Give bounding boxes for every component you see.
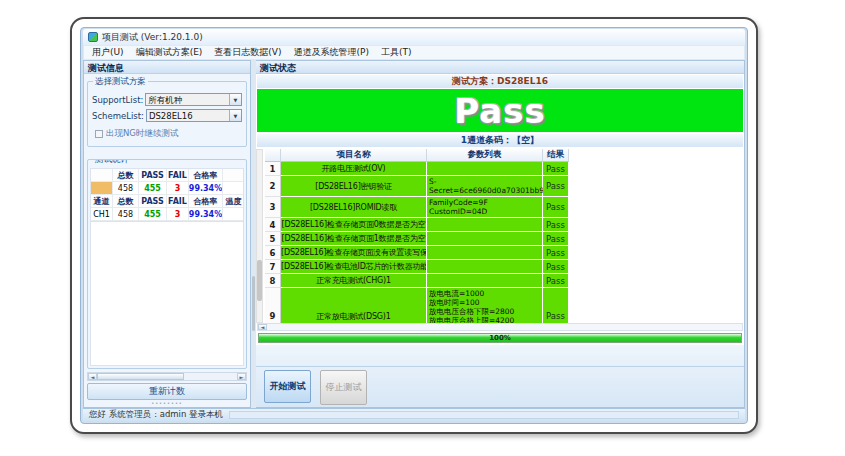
test-item-row[interactable]: 4[DS28EL16]检查存储页面0数据是否为空Pass	[265, 218, 571, 232]
stats-header-cell: 总数	[113, 169, 139, 182]
test-info-header: 测试信息	[84, 61, 250, 74]
header-name: 项目名称	[281, 149, 427, 162]
item-name: [DS28EL16]检查存储页面没有设置读写保护属性	[281, 246, 427, 260]
scrollbar-track[interactable]	[97, 373, 237, 380]
resize-grip-dots: ••••••••	[84, 401, 250, 407]
stats-header-cell: PASS	[139, 169, 167, 182]
stats-data-row: 458455399.34%	[91, 182, 243, 195]
stats-group-title: 测试统计	[93, 159, 131, 166]
item-result: Pass	[543, 246, 569, 260]
test-item-row[interactable]: 9正常放电测试(DSG)1放电电流=1000放电时间=100放电电压合格下限=2…	[265, 288, 571, 323]
item-name: 正常充电测试(CHG)1	[281, 274, 427, 288]
stats-header-cell: 通道	[91, 195, 113, 208]
progress-bar: 100%	[258, 333, 742, 343]
header-result: 结果	[543, 149, 569, 162]
stats-cell: 455	[139, 208, 167, 221]
scheme-banner: 测试方案：DS28EL16	[257, 75, 743, 88]
scroll-left-icon[interactable]: ◄	[88, 373, 97, 380]
stop-test-button: 停止测试	[320, 370, 367, 405]
continue-on-ng-checkbox-row[interactable]: 出现NG时继续测试	[95, 128, 241, 140]
item-params: S-Secret=6ce6960d0a70301bb977	[427, 176, 543, 197]
main-area: 测试信息 选择测试方案 SupportList: 所有机种 ▼ SchemeLi…	[83, 60, 745, 408]
scroll-right-icon[interactable]: ►	[237, 373, 246, 380]
scrollbar-thumb[interactable]	[97, 373, 184, 380]
stats-header-cell: 总数	[113, 195, 139, 208]
result-text: Pass	[454, 91, 545, 131]
stats-cell: 3	[167, 208, 189, 221]
test-item-row[interactable]: 2[DS28EL16]密钥验证S-Secret=6ce6960d0a70301b…	[265, 176, 571, 197]
scrollbar-thumb[interactable]	[257, 260, 262, 301]
item-result: Pass	[543, 260, 569, 274]
items-table: 项目名称 参数列表 结果 1开路电压测试(OV)Pass2[DS28EL16]密…	[265, 149, 571, 323]
menu-item[interactable]: 用户(U)	[87, 45, 129, 60]
test-item-row[interactable]: 7[DS28EL16]检查电池ID芯片的计数器功能是否启用Pass	[265, 260, 571, 274]
stats-header-row: 总数PASSFAIL合格率	[91, 169, 243, 182]
items-table-body: 1开路电压测试(OV)Pass2[DS28EL16]密钥验证S-Secret=6…	[265, 162, 571, 323]
start-test-button[interactable]: 开始测试	[264, 370, 311, 403]
item-name: [DS28EL16]检查电池ID芯片的计数器功能是否启用	[281, 260, 427, 274]
item-number: 6	[265, 246, 281, 260]
controls-gap	[256, 345, 744, 367]
test-item-row[interactable]: 3[DS28EL16]ROMID读取FamilyCode=9FCustomID=…	[265, 197, 571, 218]
item-name: [DS28EL16]检查存储页面1数据是否为空	[281, 232, 427, 246]
test-item-row[interactable]: 5[DS28EL16]检查存储页面1数据是否为空Pass	[265, 232, 571, 246]
test-item-row[interactable]: 1开路电压测试(OV)Pass	[265, 162, 571, 176]
item-number: 7	[265, 260, 281, 274]
scheme-select-group: 选择测试方案 SupportList: 所有机种 ▼ SchemeList: D…	[87, 81, 247, 147]
stats-cell: 458	[113, 208, 139, 221]
item-params	[427, 232, 543, 246]
menu-item[interactable]: 工具(T)	[376, 45, 417, 60]
screenshot-card: 项目测试 (Ver:1.20.1.0) 用户(U)编辑测试方案(E)查看日志数据…	[70, 17, 758, 434]
item-name: 开路电压测试(OV)	[281, 162, 427, 176]
splitter-thumb[interactable]	[252, 276, 255, 332]
buttons-row: 开始测试 停止测试	[256, 367, 744, 407]
recount-button[interactable]: 重新计数	[87, 383, 247, 400]
item-name: [DS28EL16]密钥验证	[281, 176, 427, 197]
stats-cell	[91, 182, 113, 195]
item-name: 正常放电测试(DSG)1	[281, 288, 427, 323]
stats-header-cell	[223, 169, 244, 182]
test-item-row[interactable]: 6[DS28EL16]检查存储页面没有设置读写保护属性Pass	[265, 246, 571, 260]
items-horizontal-scrollbar[interactable]: ◄	[257, 323, 743, 331]
stats-header-cell: 合格率	[189, 169, 223, 182]
stats-header-cell: FAIL	[167, 195, 189, 208]
test-item-row[interactable]: 8正常充电测试(CHG)1Pass	[265, 274, 571, 288]
controls-area: 开始测试 停止测试	[256, 345, 744, 407]
menu-item[interactable]: 查看日志数据(V)	[209, 45, 286, 60]
item-number: 5	[265, 232, 281, 246]
item-name: [DS28EL16]检查存储页面0数据是否为空	[281, 218, 427, 232]
item-number: 9	[265, 288, 281, 323]
stats-horizontal-scrollbar[interactable]: ◄ ►	[87, 372, 247, 381]
items-vertical-scrollbar[interactable]	[256, 149, 263, 323]
chevron-down-icon[interactable]: ▼	[229, 110, 241, 121]
stats-header-row: 通道总数PASSFAIL合格率温度上次	[91, 195, 243, 208]
schemelist-combobox[interactable]: DS28EL16 ▼	[146, 109, 242, 122]
menu-item[interactable]: 编辑测试方案(E)	[131, 45, 208, 60]
supportlist-combobox[interactable]: 所有机种 ▼	[145, 93, 242, 106]
title-bar[interactable]: 项目测试 (Ver:1.20.1.0)	[83, 29, 745, 45]
stats-cell: 455	[139, 182, 167, 195]
test-status-panel: 测试状态 测试方案：DS28EL16 Pass 1通道条码：【空】 项目名称 参…	[256, 60, 745, 408]
test-items-area: 项目名称 参数列表 结果 1开路电压测试(OV)Pass2[DS28EL16]密…	[256, 147, 744, 323]
chevron-down-icon[interactable]: ▼	[229, 94, 241, 105]
item-number: 4	[265, 218, 281, 232]
stats-data-row: CH1458455399.34%	[91, 208, 243, 221]
item-result: Pass	[543, 232, 569, 246]
scrollbar-track[interactable]	[267, 324, 742, 330]
item-result: Pass	[543, 162, 569, 176]
stats-header-cell	[91, 169, 113, 182]
stats-cell: 3	[167, 182, 189, 195]
stats-cell: 99.34%	[189, 182, 223, 195]
items-table-header: 项目名称 参数列表 结果	[265, 149, 571, 162]
menu-item[interactable]: 通道及系统管理(P)	[289, 45, 374, 60]
scroll-left-icon[interactable]: ◄	[258, 324, 267, 330]
item-name: [DS28EL16]ROMID读取	[281, 197, 427, 218]
stats-header-cell: 合格率	[189, 195, 223, 208]
item-result: Pass	[543, 197, 569, 218]
schemelist-label: SchemeList:	[92, 111, 144, 121]
stats-header-cell: 温度	[223, 195, 244, 208]
checkbox-icon[interactable]	[95, 130, 103, 138]
item-number: 8	[265, 274, 281, 288]
window-title: 项目测试 (Ver:1.20.1.0)	[102, 31, 203, 44]
stats-cell	[223, 182, 244, 195]
